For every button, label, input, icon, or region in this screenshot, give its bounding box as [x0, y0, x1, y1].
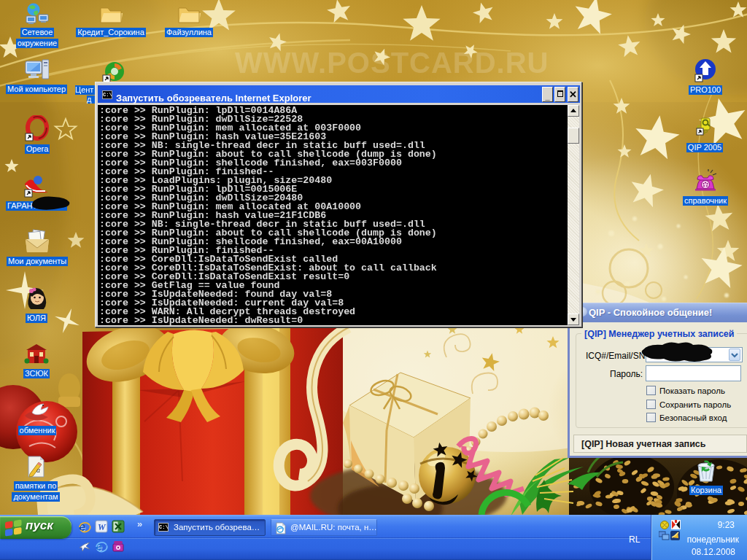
- svg-text:a: a: [36, 466, 40, 474]
- svg-text:W: W: [98, 522, 107, 532]
